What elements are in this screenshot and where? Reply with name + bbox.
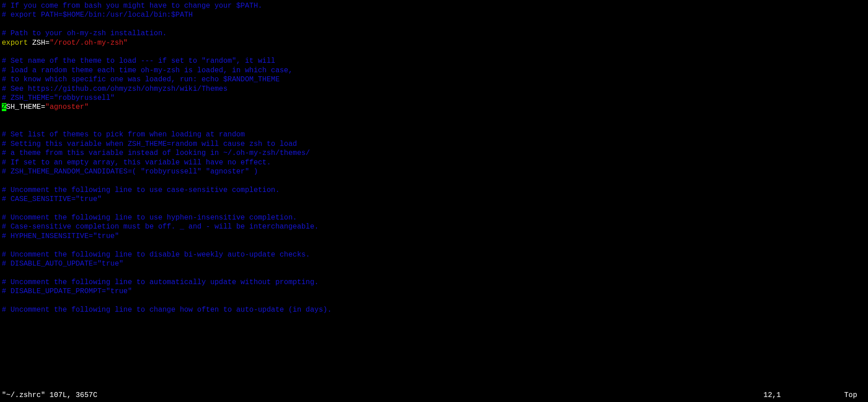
code-line: # Uncomment the following line to disabl… [2, 250, 868, 259]
status-scroll-position: Top [844, 391, 857, 400]
comment-text: # HYPHEN_INSENSITIVE="true" [2, 232, 119, 240]
string-literal: "agnoster" [45, 103, 89, 111]
vim-statusbar: "~/.zshrc" 107L, 3657C 12,1 Top [0, 391, 868, 400]
keyword: export [2, 39, 28, 47]
code-line [2, 296, 868, 305]
comment-text: # export PATH=$HOME/bin:/usr/local/bin:$… [2, 11, 193, 19]
string-literal: "/root/.oh-my-zsh" [50, 39, 128, 47]
comment-text: # DISABLE_UPDATE_PROMPT="true" [2, 287, 132, 295]
code-line [2, 204, 868, 213]
code-line [2, 121, 868, 130]
code-line: # Path to your oh-my-zsh installation. [2, 29, 868, 38]
comment-text: # to know which specific one was loaded,… [2, 75, 280, 84]
code-line: # See https://github.com/ohmyzsh/ohmyzsh… [2, 84, 868, 93]
status-cursor-position: 12,1 [764, 391, 781, 400]
code-line: ZSH_THEME="agnoster" [2, 103, 868, 112]
comment-text: # See https://github.com/ohmyzsh/ohmyzsh… [2, 85, 227, 93]
comment-text: # If set to an empty array, this variabl… [2, 159, 271, 167]
comment-text: # load a random theme each time oh-my-zs… [2, 66, 292, 75]
variable-assign: SH_THEME= [6, 103, 45, 111]
comment-text: # Uncomment the following line to use hy… [2, 214, 297, 222]
code-line [2, 47, 868, 56]
code-line: # HYPHEN_INSENSITIVE="true" [2, 232, 868, 241]
code-line [2, 176, 868, 185]
code-line: # ZSH_THEME_RANDOM_CANDIDATES=( "robbyru… [2, 167, 868, 176]
code-line [2, 268, 868, 277]
code-line: # Set name of the theme to load --- if s… [2, 56, 868, 65]
code-line: # Uncomment the following line to use hy… [2, 213, 868, 222]
comment-text: # Set list of themes to pick from when l… [2, 131, 245, 139]
comment-text: # a theme from this variable instead of … [2, 149, 310, 157]
comment-text: # CASE_SENSITIVE="true" [2, 195, 102, 203]
code-line: # DISABLE_UPDATE_PROMPT="true" [2, 287, 868, 296]
code-line: export ZSH="/root/.oh-my-zsh" [2, 38, 868, 47]
code-line: # CASE_SENSITIVE="true" [2, 195, 868, 204]
comment-text: # Setting this variable when ZSH_THEME=r… [2, 140, 297, 148]
code-line: # ZSH_THEME="robbyrussell" [2, 93, 868, 103]
code-line: # a theme from this variable instead of … [2, 149, 868, 158]
code-line [2, 20, 868, 29]
comment-text: # Uncomment the following line to change… [2, 306, 332, 314]
code-line: # Setting this variable when ZSH_THEME=r… [2, 140, 868, 149]
cursor: Z [2, 103, 6, 111]
status-filename: "~/.zshrc" 107L, 3657C [2, 391, 97, 400]
comment-text: # Case-sensitive completion must be off.… [2, 223, 319, 231]
comment-text: # Set name of the theme to load --- if s… [2, 57, 275, 65]
code-line: # Set list of themes to pick from when l… [2, 130, 868, 139]
code-line: # DISABLE_AUTO_UPDATE="true" [2, 259, 868, 268]
code-line: # Uncomment the following line to use ca… [2, 186, 868, 195]
comment-text: # ZSH_THEME="robbyrussell" [2, 94, 115, 102]
editor-viewport[interactable]: # If you come from bash you might have t… [0, 0, 868, 314]
code-line: # to know which specific one was loaded,… [2, 75, 868, 84]
code-line: # If you come from bash you might have t… [2, 1, 868, 10]
variable-assign: ZSH= [28, 39, 50, 47]
code-line: # load a random theme each time oh-my-zs… [2, 66, 868, 75]
comment-text: # Path to your oh-my-zsh installation. [2, 29, 167, 37]
code-line: # If set to an empty array, this variabl… [2, 158, 868, 167]
comment-text: # Uncomment the following line to use ca… [2, 186, 280, 194]
comment-text: # ZSH_THEME_RANDOM_CANDIDATES=( "robbyru… [2, 168, 258, 176]
comment-text: # If you come from bash you might have t… [2, 2, 262, 10]
code-line: # Uncomment the following line to automa… [2, 278, 868, 287]
comment-text: # Uncomment the following line to automa… [2, 278, 319, 286]
comment-text: # Uncomment the following line to disabl… [2, 251, 310, 259]
code-line [2, 112, 868, 121]
code-line: # Case-sensitive completion must be off.… [2, 222, 868, 231]
comment-text: # DISABLE_AUTO_UPDATE="true" [2, 260, 123, 268]
code-line: # Uncomment the following line to change… [2, 305, 868, 314]
code-line [2, 241, 868, 250]
code-line: # export PATH=$HOME/bin:/usr/local/bin:$… [2, 10, 868, 19]
